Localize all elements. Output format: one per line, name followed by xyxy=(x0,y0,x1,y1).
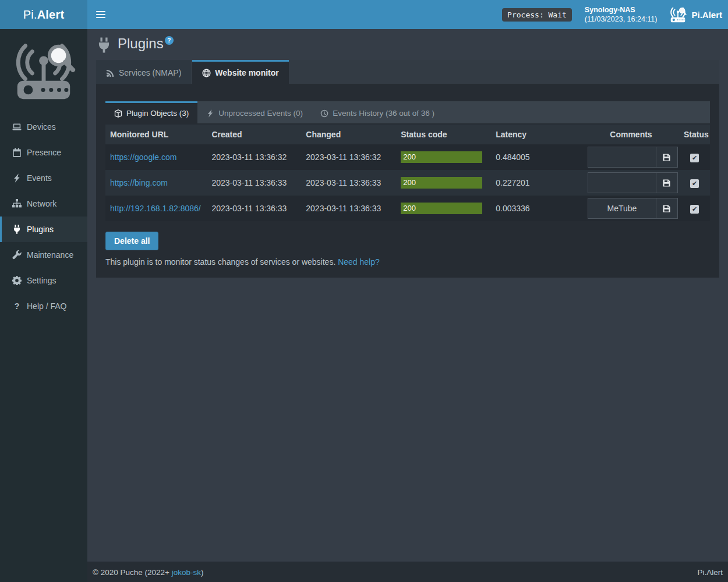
sidebar-item-label: Network xyxy=(27,199,56,208)
col-changed: Changed xyxy=(301,125,396,144)
tab-label: Website monitor xyxy=(215,68,278,77)
delete-all-button[interactable]: Delete all xyxy=(105,232,158,250)
sidebar-item-presence[interactable]: Presence xyxy=(0,140,87,165)
host-info: Synology-NAS (11/03/2023, 16:24:11) xyxy=(585,5,658,24)
status-code-bar: 200 xyxy=(401,203,482,214)
sidebar-item-label: Devices xyxy=(27,122,56,132)
copyright-close: ) xyxy=(201,568,204,577)
table-row: https://google.com 2023-03-11 13:36:32 2… xyxy=(105,144,710,170)
monitored-url-link[interactable]: https://google.com xyxy=(110,152,176,162)
col-status-code: Status code xyxy=(396,125,491,144)
col-status: Status xyxy=(679,125,710,144)
bolt-icon xyxy=(206,109,214,118)
col-monitored-url: Monitored URL xyxy=(105,125,207,144)
need-help-link[interactable]: Need help? xyxy=(338,257,380,267)
subtab-unprocessed-events[interactable]: Unprocessed Events (0) xyxy=(197,101,312,123)
cube-icon xyxy=(114,109,122,118)
gear-icon xyxy=(12,276,22,285)
plug-icon xyxy=(96,37,112,53)
status-checkbox[interactable] xyxy=(690,154,699,162)
subtab-events-history[interactable]: Events History (36 out of 36 ) xyxy=(312,101,443,123)
sidebar-item-maintenance[interactable]: Maintenance xyxy=(0,242,87,268)
brand-alert: Alert xyxy=(37,8,65,22)
created-cell: 2023-03-11 13:36:32 xyxy=(207,144,301,170)
sidebar-toggle-button[interactable] xyxy=(87,0,114,29)
content-wrapper: Plugins ? Services (NMAP) Website monito… xyxy=(87,29,728,562)
footer-copyright: © 2020 Puche (2022+ jokob-sk) xyxy=(93,568,203,577)
tab-website-monitor[interactable]: Website monitor xyxy=(192,60,288,84)
router-search-icon xyxy=(669,5,687,24)
plugin-description-text: This plugin is to monitor status changes… xyxy=(105,257,335,267)
host-name: Synology-NAS xyxy=(585,5,658,15)
tab-bar-filler xyxy=(289,60,719,84)
brand-logo[interactable]: Pi.Alert xyxy=(0,0,87,29)
save-comment-button[interactable] xyxy=(656,147,677,167)
page-title: Plugins xyxy=(118,36,164,51)
status-checkbox[interactable] xyxy=(690,179,699,188)
tab-services-nmap[interactable]: Services (NMAP) xyxy=(96,60,191,84)
comment-control xyxy=(588,147,678,168)
app-name: Pi.Alert xyxy=(691,10,722,20)
latency-cell: 0.003336 xyxy=(491,196,583,221)
table-row: http://192.168.1.82:8086/ 2023-03-11 13:… xyxy=(105,196,710,221)
save-comment-button[interactable] xyxy=(656,173,677,193)
col-latency: Latency xyxy=(491,125,583,144)
host-timestamp: (11/03/2023, 16:24:11) xyxy=(585,15,658,24)
comment-control xyxy=(588,172,678,193)
floppy-icon xyxy=(662,179,671,187)
hamburger-icon xyxy=(96,9,105,20)
comment-input[interactable] xyxy=(588,198,656,218)
subtab-label: Plugin Objects (3) xyxy=(126,109,189,118)
footer: © 2020 Puche (2022+ jokob-sk) Pi.Alert xyxy=(87,562,728,582)
subtab-label: Unprocessed Events (0) xyxy=(218,109,303,118)
latency-cell: 0.484005 xyxy=(491,144,583,170)
sidebar-menu: Devices Presence Events Network Plugins … xyxy=(0,114,87,319)
save-comment-button[interactable] xyxy=(656,198,677,218)
table-header-row: Monitored URL Created Changed Status cod… xyxy=(105,125,710,144)
footer-app-name: Pi.Alert xyxy=(697,568,723,577)
subtab-plugin-objects[interactable]: Plugin Objects (3) xyxy=(105,101,197,123)
sidebar-item-settings[interactable]: Settings xyxy=(0,268,87,293)
created-cell: 2023-03-11 13:36:33 xyxy=(207,196,301,221)
sidebar-item-label: Maintenance xyxy=(27,250,73,260)
brand-pi: Pi. xyxy=(23,8,37,22)
sidebar-item-label: Presence xyxy=(27,148,61,157)
table-row: https://bing.com 2023-03-11 13:36:33 202… xyxy=(105,170,710,196)
question-icon: ? xyxy=(12,301,22,311)
floppy-icon xyxy=(662,153,671,162)
floppy-icon xyxy=(662,204,671,213)
laptop-icon xyxy=(12,122,22,132)
status-code-bar: 200 xyxy=(401,177,482,189)
website-monitor-panel: Plugin Objects (3) Unprocessed Events (0… xyxy=(96,84,719,278)
monitored-url-link[interactable]: http://192.168.1.82:8086/ xyxy=(110,204,201,213)
changed-cell: 2023-03-11 13:36:33 xyxy=(301,196,396,221)
subtab-label: Events History (36 out of 36 ) xyxy=(333,109,434,118)
plug-icon xyxy=(12,225,22,234)
latency-cell: 0.227201 xyxy=(491,170,583,196)
jokob-sk-link[interactable]: jokob-sk xyxy=(172,568,201,577)
page-header: Plugins ? xyxy=(87,29,728,58)
globe-icon xyxy=(202,69,211,77)
status-code-bar: 200 xyxy=(401,151,482,163)
sidebar-item-help-faq[interactable]: ? Help / FAQ xyxy=(0,293,87,319)
status-checkbox[interactable] xyxy=(690,205,699,214)
sidebar-item-label: Events xyxy=(27,173,52,183)
clock-icon xyxy=(320,109,328,118)
monitored-url-link[interactable]: https://bing.com xyxy=(110,178,168,187)
sitemap-icon xyxy=(12,199,22,208)
sidebar-item-label: Settings xyxy=(27,276,56,285)
satellite-icon xyxy=(106,69,115,77)
comment-input[interactable] xyxy=(588,173,656,193)
comment-control xyxy=(588,198,678,219)
sidebar-item-network[interactable]: Network xyxy=(0,191,87,217)
plugin-subtabs: Plugin Objects (3) Unprocessed Events (0… xyxy=(105,101,710,123)
col-created: Created xyxy=(207,125,301,144)
sidebar-item-plugins[interactable]: Plugins xyxy=(0,217,87,242)
comment-input[interactable] xyxy=(588,147,656,167)
sidebar-item-label: Help / FAQ xyxy=(27,301,66,311)
created-cell: 2023-03-11 13:36:33 xyxy=(207,170,301,196)
sidebar-item-devices[interactable]: Devices xyxy=(0,114,87,140)
sidebar-item-events[interactable]: Events xyxy=(0,165,87,191)
title-help-badge[interactable]: ? xyxy=(165,36,174,45)
plugin-objects-table: Monitored URL Created Changed Status cod… xyxy=(105,125,710,221)
